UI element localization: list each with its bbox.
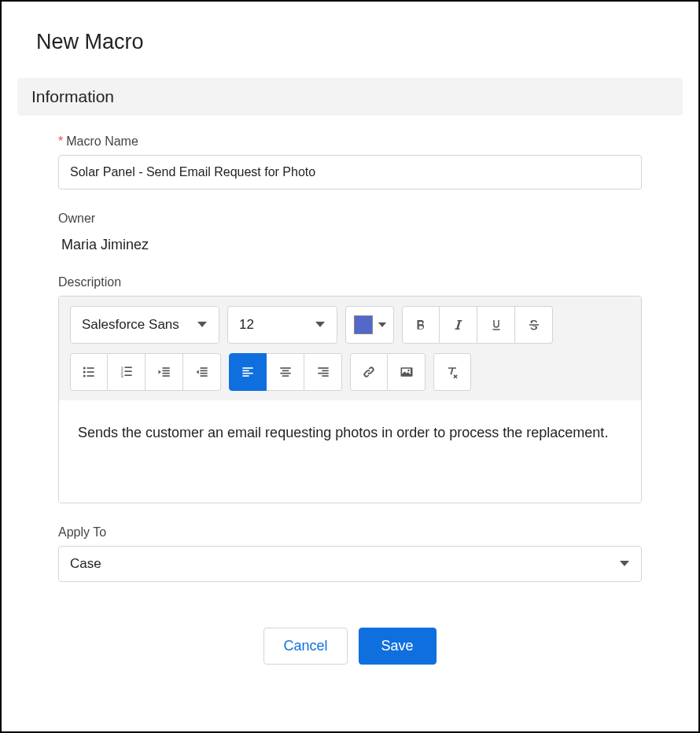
description-editor[interactable]: Sends the customer an email requesting p… — [59, 400, 641, 503]
owner-label: Owner — [58, 212, 642, 226]
svg-rect-3 — [87, 367, 94, 369]
link-button[interactable] — [350, 353, 388, 391]
section-information: Information — [17, 78, 683, 116]
macro-name-input[interactable] — [58, 155, 642, 190]
svg-rect-27 — [282, 375, 288, 377]
svg-rect-14 — [162, 373, 169, 374]
color-swatch — [354, 315, 373, 334]
svg-rect-30 — [318, 373, 328, 374]
svg-rect-22 — [242, 373, 252, 374]
svg-rect-31 — [322, 375, 328, 377]
svg-rect-12 — [162, 367, 169, 369]
outdent-button[interactable] — [146, 353, 183, 391]
rich-text-editor: Salesforce Sans 12 — [58, 296, 642, 503]
svg-rect-19 — [200, 375, 207, 377]
svg-rect-28 — [318, 367, 328, 369]
image-button[interactable] — [388, 353, 426, 391]
indent-button[interactable] — [183, 353, 221, 391]
cancel-button[interactable]: Cancel — [263, 628, 347, 665]
underline-button[interactable] — [477, 306, 515, 344]
save-button[interactable]: Save — [359, 628, 437, 665]
strikethrough-button[interactable] — [515, 306, 553, 344]
text-color-picker[interactable] — [345, 306, 394, 344]
italic-button[interactable] — [440, 306, 477, 344]
caret-down-icon — [315, 321, 326, 329]
caret-down-icon — [378, 322, 387, 329]
svg-rect-5 — [87, 375, 94, 377]
apply-to-label: Apply To — [58, 525, 642, 540]
svg-rect-10 — [124, 370, 131, 372]
apply-to-select[interactable]: Case — [58, 546, 642, 582]
svg-rect-24 — [280, 367, 290, 369]
svg-point-0 — [83, 367, 86, 370]
svg-rect-20 — [242, 367, 252, 369]
caret-down-icon — [197, 321, 208, 329]
bold-button[interactable] — [402, 306, 440, 344]
clear-formatting-button[interactable] — [433, 353, 471, 391]
svg-rect-21 — [242, 370, 249, 372]
svg-rect-11 — [124, 374, 131, 376]
svg-rect-15 — [162, 375, 169, 377]
caret-down-icon — [619, 560, 630, 568]
numbered-list-button[interactable]: 123 — [108, 353, 146, 391]
svg-text:3: 3 — [120, 374, 123, 378]
required-indicator: * — [58, 134, 63, 148]
svg-rect-4 — [87, 371, 94, 373]
svg-rect-18 — [200, 373, 207, 374]
svg-rect-13 — [162, 370, 169, 372]
svg-rect-16 — [200, 367, 207, 369]
editor-toolbar: Salesforce Sans 12 — [59, 297, 641, 400]
svg-point-1 — [83, 371, 86, 374]
bullet-list-button[interactable] — [70, 353, 108, 391]
macro-name-label: *Macro Name — [58, 134, 642, 149]
align-left-button[interactable] — [229, 353, 267, 391]
svg-rect-25 — [282, 370, 288, 372]
font-family-select[interactable]: Salesforce Sans — [70, 306, 219, 344]
align-center-button[interactable] — [267, 353, 304, 391]
svg-rect-26 — [280, 373, 290, 374]
svg-rect-23 — [242, 375, 249, 377]
owner-value: Maria Jiminez — [58, 232, 642, 253]
description-label: Description — [58, 275, 642, 289]
svg-rect-29 — [322, 370, 328, 372]
font-size-select[interactable]: 12 — [227, 306, 337, 344]
svg-rect-17 — [200, 370, 207, 372]
align-right-button[interactable] — [304, 353, 342, 391]
svg-rect-9 — [124, 366, 131, 368]
page-title: New Macro — [36, 30, 683, 54]
svg-point-2 — [83, 375, 86, 378]
